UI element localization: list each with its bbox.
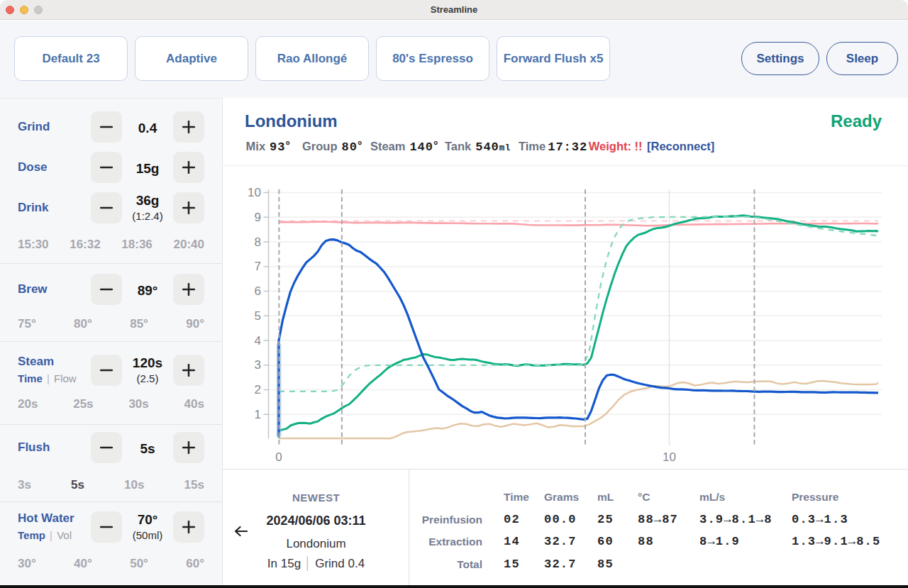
svg-text:6: 6	[255, 284, 261, 298]
svg-text:1: 1	[255, 408, 261, 421]
svg-text:3: 3	[255, 358, 261, 372]
svg-text:9: 9	[255, 211, 261, 224]
svg-text:7: 7	[255, 260, 261, 273]
svg-text:4: 4	[255, 334, 261, 348]
svg-text:10: 10	[663, 450, 676, 464]
svg-text:5: 5	[255, 309, 261, 323]
svg-text:10: 10	[248, 186, 261, 199]
svg-text:8: 8	[255, 235, 261, 249]
svg-text:2: 2	[255, 383, 261, 396]
svg-text:0: 0	[275, 450, 282, 464]
